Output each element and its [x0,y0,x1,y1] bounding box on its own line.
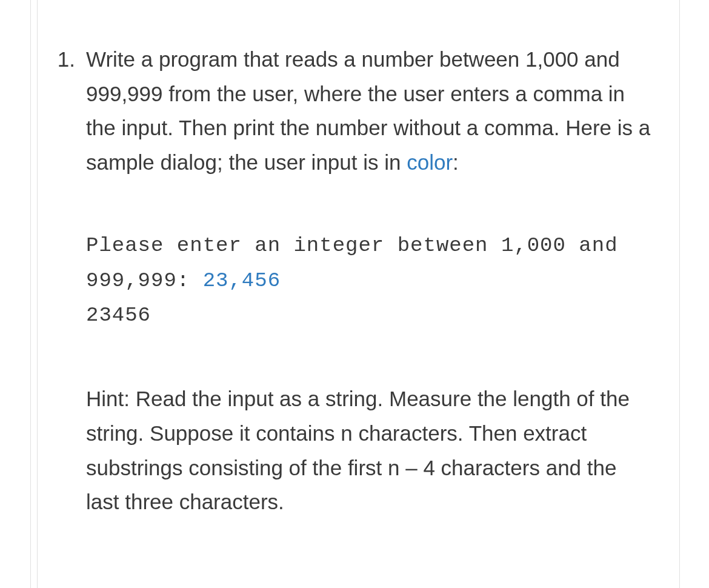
color-link[interactable]: color [407,150,453,174]
content-box: 1. Write a program that reads a number b… [37,0,680,588]
code-sample: Please enter an integer between 1,000 an… [86,229,654,333]
problem-content: Write a program that reads a number betw… [86,42,654,520]
problem-description: Write a program that reads a number betw… [86,42,654,180]
problem-number: 1. [50,42,86,76]
code-prompt: Please enter an integer between 1,000 an… [86,234,618,292]
outer-border-container: 1. Write a program that reads a number b… [30,0,709,588]
problem-list-item: 1. Write a program that reads a number b… [50,42,654,520]
code-line-2: 23456 [86,298,654,333]
description-text-1: Write a program that reads a number betw… [86,47,650,174]
code-user-input: 23,456 [203,269,281,292]
code-line-1: Please enter an integer between 1,000 an… [86,229,654,299]
hint-text: Hint: Read the input as a string. Measur… [86,382,654,520]
description-text-2: : [453,150,459,174]
